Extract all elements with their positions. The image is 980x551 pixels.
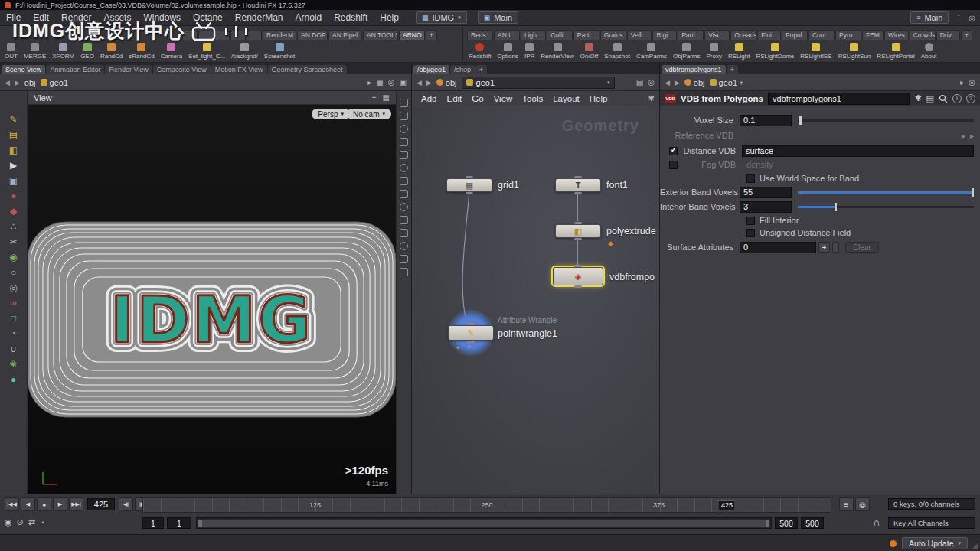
shelf-tool-rslightportal[interactable]: RSLightPortal	[874, 41, 917, 62]
shelf-tab[interactable]: Driv...	[936, 30, 961, 40]
shelf-tab-an-tools[interactable]: AN TOOLS	[363, 30, 398, 40]
presets-icon[interactable]: ▤	[926, 93, 934, 103]
path-node[interactable]: geo1	[41, 78, 68, 87]
go-to-end-button[interactable]: ▶▶|	[69, 497, 83, 511]
display-toggle-icon[interactable]	[400, 216, 408, 224]
shelf-tool-srandcd[interactable]: sRandCd	[126, 41, 157, 62]
menu-view[interactable]: View	[489, 94, 518, 103]
menu-tools[interactable]: Tools	[518, 94, 547, 103]
target-tool-icon[interactable]: ◎	[7, 282, 21, 294]
shelf-tab[interactable]: Wires	[884, 30, 909, 40]
surface-attributes-input[interactable]: 0	[740, 242, 816, 253]
shelf-tool-redshift[interactable]: Redshift	[466, 41, 494, 62]
node-font1[interactable]: T	[555, 178, 601, 192]
display-toggle-icon[interactable]	[400, 125, 408, 133]
shelf-tab[interactable]: Oceans	[730, 30, 756, 40]
display-toggle-icon[interactable]	[400, 151, 408, 159]
display-toggle-icon[interactable]	[400, 164, 408, 172]
node-pointwrangle1[interactable]: ✎	[448, 325, 494, 341]
shelf-tool-snapshot[interactable]: Snapshot	[601, 41, 633, 62]
clear-button[interactable]: Clear	[845, 242, 879, 253]
pin-icon[interactable]: ◎	[648, 78, 655, 86]
display-toggle-icon[interactable]	[400, 99, 408, 107]
stop-button[interactable]: ■	[37, 497, 51, 511]
display-options-icon[interactable]: ≡	[372, 93, 377, 102]
tab-vdbfrompolygons1[interactable]: vdbfrompolygons1	[662, 65, 726, 74]
shelf-tab-obscured[interactable]	[214, 31, 230, 40]
shelf-tool-rslight[interactable]: RSLight	[725, 41, 753, 62]
display-toggle-icon[interactable]	[400, 268, 408, 276]
knot-tool-icon[interactable]: ∞	[7, 298, 21, 309]
auto-key-icon[interactable]: ◉	[5, 517, 12, 527]
cycle-icon[interactable]: ⇄	[28, 517, 35, 527]
grid-icon[interactable]: ▦	[383, 93, 390, 102]
parameter-add-tab-button[interactable]: +	[727, 65, 738, 74]
timeline-ruler[interactable]: 125 250 375 425	[142, 497, 831, 513]
shelf-tab[interactable]: Colli...	[547, 30, 573, 40]
menu-help[interactable]: Help	[374, 12, 405, 23]
tab-obj-geo1[interactable]: /obj/geo1	[413, 65, 449, 74]
lock-flag-icon[interactable]: ▪	[456, 344, 459, 351]
display-toggle-icon[interactable]	[400, 138, 408, 146]
fill-interior-checkbox[interactable]	[746, 217, 755, 225]
sculpt-tool-icon[interactable]: ◆	[7, 206, 21, 217]
menu-layout[interactable]: Layout	[548, 94, 584, 103]
shelf-tab-renderman[interactable]: RenderM...	[263, 30, 296, 40]
camera-persp-selector[interactable]: Persp▾	[312, 109, 350, 119]
menu-file[interactable]: File	[0, 12, 27, 23]
forward-icon[interactable]: ▶	[675, 79, 680, 86]
wrench-icon[interactable]: ✱	[648, 94, 655, 103]
shelf-tab-an-dop[interactable]: AN DOP	[297, 30, 328, 40]
shelf-tab-an-pipeline[interactable]: AN Pipel...	[328, 30, 362, 40]
shelf-tab[interactable]: Crowds	[910, 30, 936, 40]
range-end-input[interactable]: 500	[801, 517, 824, 529]
range-start-input[interactable]: 1	[142, 517, 164, 529]
shelf-tab[interactable]: Pyro...	[835, 30, 861, 40]
menu-arnold[interactable]: Arnold	[289, 12, 328, 23]
shelf-tool-screenshot[interactable]: Screenshot	[261, 41, 298, 62]
fog-vdb-checkbox[interactable]	[669, 161, 678, 169]
shelf-tab[interactable]: Velli...	[627, 30, 652, 40]
shelf-tool-randcd[interactable]: RandCd	[97, 41, 126, 62]
distance-vdb-checkbox[interactable]	[669, 147, 678, 155]
interior-band-input[interactable]: 3	[740, 201, 792, 213]
menu-renderman[interactable]: RenderMan	[229, 12, 289, 23]
path-root[interactable]: obj	[684, 78, 705, 87]
shelf-tool-xform[interactable]: XFORM	[49, 41, 77, 62]
path-node-dropdown[interactable]: geo1▾	[462, 77, 615, 89]
view-menu[interactable]: View	[34, 93, 52, 103]
display-toggle-icon[interactable]	[400, 112, 408, 120]
circle-icon[interactable]: ◎	[969, 14, 975, 22]
menu-redshift[interactable]: Redshift	[328, 12, 374, 23]
unsigned-field-checkbox[interactable]	[746, 229, 755, 237]
shelf-tab-obscured[interactable]	[247, 31, 262, 40]
union-tool-icon[interactable]: ∪	[7, 344, 21, 355]
realtime-toggle-icon[interactable]: ◎	[855, 497, 870, 511]
shelf-tool-renderview[interactable]: RenderView	[537, 41, 577, 62]
forward-icon[interactable]: ▶	[426, 79, 432, 86]
shelf-tab[interactable]: Parti...	[573, 30, 599, 40]
bypass-flag-icon[interactable]: ○	[467, 343, 471, 350]
desktop-main-right-selector[interactable]: ≡ Main	[910, 11, 949, 24]
display-toggle-icon[interactable]	[400, 177, 408, 185]
shelf-tab[interactable]: Rigi...	[652, 30, 677, 40]
tab-shop[interactable]: /shop	[450, 65, 475, 74]
gear-icon[interactable]: ✱	[914, 93, 921, 103]
display-toggle-icon[interactable]	[400, 203, 408, 211]
play-reverse-button[interactable]: ◀	[21, 497, 35, 511]
shelf-tab[interactable]: AN L...	[494, 30, 520, 40]
back-icon[interactable]: ◀	[5, 79, 10, 86]
voxel-size-input[interactable]: 0.1	[740, 115, 792, 126]
attribute-menu-button[interactable]	[832, 242, 839, 253]
back-icon[interactable]: ◀	[665, 79, 670, 86]
node-grid1[interactable]: ▦	[446, 178, 492, 192]
circle-icon[interactable]: ◎	[969, 78, 975, 86]
world-space-checkbox[interactable]	[746, 174, 755, 183]
shelf-tool-out[interactable]: OUT	[2, 41, 21, 62]
magnet-icon[interactable]: ∩	[873, 517, 880, 528]
menu-add[interactable]: Add	[416, 94, 441, 103]
menu-assets[interactable]: Assets	[97, 12, 137, 23]
pin-icon[interactable]: ▸	[960, 78, 964, 86]
partial-tool-icon[interactable]: ◔	[7, 328, 21, 340]
shelf-tab-obscured[interactable]	[198, 31, 214, 40]
